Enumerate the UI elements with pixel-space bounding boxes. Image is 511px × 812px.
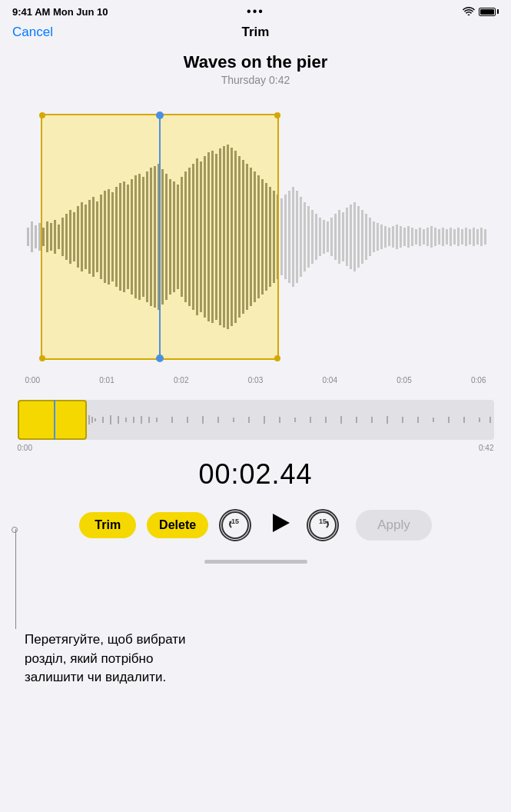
svg-rect-70 (280, 198, 283, 275)
svg-rect-116 (457, 228, 460, 246)
svg-rect-161 (233, 418, 234, 422)
time-mark-6: 0:06 (471, 376, 486, 384)
time-mark-0: 0:00 (25, 376, 40, 384)
svg-rect-83 (330, 218, 333, 256)
forward-button[interactable]: 15 (307, 509, 339, 541)
svg-rect-105 (415, 229, 417, 245)
svg-rect-85 (338, 210, 340, 264)
svg-rect-112 (442, 228, 444, 246)
svg-rect-169 (356, 417, 357, 423)
svg-rect-95 (377, 223, 379, 251)
svg-rect-157 (171, 417, 173, 423)
svg-rect-170 (371, 417, 373, 423)
main-content: Waves on the pier Thursday 0:42 (0, 46, 511, 564)
mini-time-right: 0:42 (479, 444, 493, 452)
delete-button[interactable]: Delete (147, 512, 208, 538)
waveform-container[interactable]: 0:00 0:01 0:02 0:03 0:04 0:05 0:06 (18, 98, 494, 391)
annotation-line1: Перетягуйте, щоб вибрати (25, 632, 186, 647)
svg-rect-98 (388, 228, 390, 246)
apply-button[interactable]: Apply (356, 510, 432, 541)
svg-rect-158 (187, 417, 188, 423)
svg-rect-151 (118, 416, 119, 424)
svg-rect-109 (430, 226, 433, 248)
svg-marker-182 (273, 514, 290, 532)
rewind-button[interactable]: 15 (219, 509, 251, 541)
svg-rect-114 (450, 228, 452, 246)
timer-display: 00:02.44 (198, 458, 312, 491)
svg-rect-167 (325, 417, 327, 423)
svg-rect-168 (340, 416, 342, 424)
svg-rect-82 (327, 221, 329, 252)
svg-rect-86 (342, 212, 344, 261)
svg-rect-119 (469, 229, 471, 245)
svg-rect-106 (419, 228, 421, 246)
time-mark-3: 0:03 (248, 376, 263, 384)
svg-rect-164 (279, 417, 280, 423)
svg-rect-74 (296, 191, 298, 283)
svg-rect-99 (392, 226, 394, 248)
svg-rect-165 (294, 418, 296, 422)
svg-rect-77 (307, 206, 310, 268)
svg-rect-166 (310, 417, 311, 423)
svg-rect-84 (334, 214, 337, 260)
svg-rect-152 (125, 418, 127, 422)
time-ruler: 0:00 0:01 0:02 0:03 0:04 0:05 0:06 (25, 376, 486, 384)
svg-rect-173 (417, 417, 419, 423)
mini-waveform-svg (18, 400, 494, 440)
svg-rect-110 (434, 228, 436, 246)
svg-rect-171 (387, 416, 388, 424)
svg-rect-89 (353, 202, 356, 271)
status-bar: 9:41 AM Mon Jun 10 ••• (0, 0, 511, 22)
svg-rect-92 (365, 214, 367, 260)
svg-rect-115 (453, 229, 456, 245)
svg-rect-153 (133, 417, 134, 423)
svg-rect-79 (315, 214, 317, 260)
trim-button[interactable]: Trim (79, 512, 136, 538)
svg-rect-172 (402, 417, 403, 423)
svg-rect-159 (202, 416, 204, 424)
svg-rect-108 (426, 228, 429, 246)
svg-rect-122 (480, 228, 483, 246)
mini-waveform-strip[interactable]: 0:00 0:42 (18, 400, 494, 440)
handle-bottom-left[interactable] (39, 355, 45, 361)
svg-rect-4 (27, 228, 29, 246)
svg-rect-80 (319, 218, 321, 256)
connector-dot (12, 527, 18, 533)
wifi-icon (463, 6, 475, 18)
svg-rect-76 (304, 202, 306, 271)
svg-rect-103 (407, 226, 410, 248)
svg-point-183 (310, 512, 336, 538)
svg-rect-102 (403, 228, 406, 246)
svg-rect-175 (448, 417, 450, 423)
nav-bar: Cancel Trim (0, 22, 511, 46)
svg-rect-88 (350, 205, 352, 269)
play-button[interactable] (262, 506, 296, 544)
svg-rect-71 (284, 195, 287, 279)
svg-rect-155 (148, 417, 150, 423)
handle-top-right[interactable] (274, 112, 280, 118)
svg-rect-81 (323, 220, 325, 254)
svg-rect-146 (88, 415, 90, 424)
playhead[interactable] (159, 114, 161, 360)
svg-point-0 (468, 14, 470, 15)
mini-time-left: 0:00 (18, 444, 32, 452)
svg-rect-163 (264, 416, 265, 424)
time-mark-5: 0:05 (397, 376, 411, 384)
handle-bottom-right[interactable] (274, 355, 280, 361)
svg-rect-123 (484, 229, 486, 245)
svg-rect-94 (373, 221, 375, 252)
svg-rect-93 (369, 218, 371, 256)
svg-rect-149 (102, 417, 104, 423)
cancel-button[interactable]: Cancel (12, 25, 53, 40)
svg-rect-6 (35, 225, 37, 248)
svg-rect-113 (446, 229, 448, 245)
mini-selection[interactable] (18, 400, 87, 440)
mini-playhead (54, 400, 55, 440)
svg-rect-178 (489, 417, 491, 423)
annotation-line2: розділ, який потрібно (25, 651, 153, 666)
svg-rect-96 (380, 225, 383, 249)
svg-point-179 (222, 512, 248, 538)
status-icons (463, 6, 499, 18)
handle-top-left[interactable] (39, 112, 45, 118)
svg-rect-120 (473, 228, 475, 246)
